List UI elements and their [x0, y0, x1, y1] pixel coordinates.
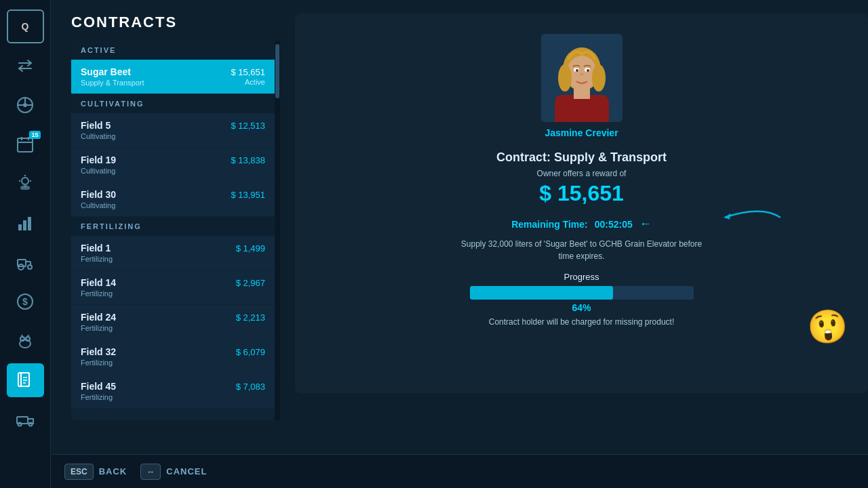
svg-rect-29: [18, 373, 29, 386]
supply-description: Supply 32,000 liters of 'Sugar Beet' to …: [453, 238, 711, 262]
back-label: BACK: [99, 466, 127, 476]
svg-text:$: $: [22, 296, 28, 307]
cancel-button[interactable]: ↔ CANCEL: [140, 464, 207, 480]
svg-point-1: [23, 103, 27, 107]
item-sub: Cultivating: [81, 201, 115, 209]
svg-rect-30: [21, 373, 29, 386]
contract-item-field-24[interactable]: Field 24 $ 2,213 Fertilizing: [71, 305, 275, 340]
progress-bar-container: [470, 286, 694, 300]
cancel-label: CANCEL: [166, 466, 207, 476]
remaining-time-row: Remaining Time: 00:52:05 ←: [511, 217, 652, 231]
contract-item-field-1[interactable]: Field 1 $ 1,499 Fertilizing: [71, 236, 275, 270]
money-icon: $: [16, 292, 35, 311]
svg-point-47: [587, 69, 589, 72]
sidebar-item-calendar[interactable]: 15: [7, 127, 44, 161]
exchange-icon: [16, 56, 35, 75]
contracts-list[interactable]: ACTIVE Sugar Beet $ 15,651 Supply & Tran…: [71, 41, 275, 420]
main-content: CONTRACTS ACTIVE Sugar Beet $ 15,651 Sup…: [51, 0, 868, 488]
contract-item-field-45[interactable]: Field 45 $ 7,083 Fertilizing: [71, 374, 275, 409]
animals-icon: [16, 331, 35, 350]
contract-item-field-5[interactable]: Field 5 $ 12,513 Cultivating: [71, 113, 275, 148]
back-button[interactable]: ESC BACK: [64, 464, 127, 480]
cancel-key: ↔: [140, 464, 161, 480]
sidebar-item-steering[interactable]: [7, 88, 44, 122]
svg-rect-5: [18, 138, 33, 152]
item-price: $ 1,499: [236, 243, 265, 253]
item-price: $ 15,651: [231, 67, 265, 77]
svg-point-46: [576, 69, 578, 72]
calendar-badge: 15: [29, 131, 40, 139]
sidebar-item-tractor[interactable]: [7, 245, 44, 279]
svg-point-19: [28, 265, 32, 269]
reward-amount: $ 15,651: [539, 181, 624, 206]
svg-point-41: [567, 56, 597, 91]
contract-item-field-30[interactable]: Field 30 $ 13,951 Cultivating: [71, 182, 275, 217]
steering-icon: [16, 96, 35, 115]
item-sub: Fertilizing: [81, 255, 113, 263]
section-header-active: ACTIVE: [71, 41, 275, 60]
section-header-fertilizing: FERTILIZING: [71, 217, 275, 236]
sidebar-item-animals[interactable]: [7, 324, 44, 358]
item-sub: Cultivating: [81, 167, 115, 175]
sidebar-item-q[interactable]: Q: [7, 9, 44, 43]
item-name: Field 14: [81, 277, 116, 288]
item-status: Active: [245, 78, 265, 86]
item-sub: Cultivating: [81, 132, 115, 140]
item-name: Field 45: [81, 381, 116, 392]
svg-rect-15: [23, 220, 26, 230]
progress-bar-fill: [470, 286, 613, 300]
bottom-bar: ESC BACK ↔ CANCEL: [51, 454, 868, 488]
svg-rect-16: [28, 217, 31, 230]
arrow-right-icon: ←: [639, 217, 652, 231]
svg-point-25: [20, 337, 24, 341]
item-price: $ 13,951: [231, 190, 265, 200]
stats-icon: [16, 214, 35, 232]
progress-percent: 64%: [572, 302, 591, 313]
contract-type: Contract: Supply & Transport: [496, 150, 667, 165]
svg-point-43: [592, 64, 606, 92]
section-header-cultivating: CULTIVATING: [71, 94, 275, 113]
contracts-panel: CONTRACTS ACTIVE Sugar Beet $ 15,651 Sup…: [71, 14, 281, 454]
sidebar-item-stats[interactable]: [7, 206, 44, 240]
item-sub: Fertilizing: [81, 289, 113, 298]
back-key: ESC: [64, 464, 94, 480]
contract-item-field-19[interactable]: Field 19 $ 13,838 Cultivating: [71, 148, 275, 182]
svg-line-27: [22, 335, 22, 337]
item-price: $ 12,513: [231, 121, 265, 131]
sidebar-item-weather[interactable]: [7, 167, 44, 201]
curved-arrow-decoration: [712, 202, 787, 233]
item-price: $ 2,967: [236, 278, 265, 288]
weather-icon: [16, 174, 35, 193]
item-name: Field 5: [81, 120, 111, 131]
svg-point-26: [26, 337, 30, 341]
item-name: Field 1: [81, 243, 111, 253]
contract-item-field-32[interactable]: Field 32 $ 6,079 Fertilizing: [71, 340, 275, 374]
progress-label: Progress: [564, 272, 599, 282]
item-name: Field 32: [81, 346, 116, 357]
sidebar-item-money[interactable]: $: [7, 285, 44, 319]
item-price: $ 7,083: [236, 382, 265, 392]
contract-item-sugar-beet[interactable]: Sugar Beet $ 15,651 Supply & Transport A…: [71, 60, 275, 94]
item-sub: Fertilizing: [81, 359, 113, 367]
sidebar-item-contracts[interactable]: [7, 363, 44, 397]
tractor-icon: [16, 253, 35, 272]
sidebar: Q 15: [0, 0, 51, 488]
sidebar-item-transport[interactable]: [7, 403, 44, 436]
sidebar-item-exchange[interactable]: [7, 49, 44, 83]
contract-item-field-14[interactable]: Field 14 $ 2,967 Fertilizing: [71, 270, 275, 305]
scroll-indicator: [275, 41, 280, 420]
remaining-label: Remaining Time:: [511, 219, 588, 230]
item-price: $ 6,079: [236, 347, 265, 357]
item-sub: Fertilizing: [81, 393, 113, 401]
reward-label: Owner offers a reward of: [537, 169, 627, 178]
item-price: $ 13,838: [231, 155, 265, 165]
emoji-decoration: 😲: [806, 306, 850, 347]
npc-portrait: [541, 34, 623, 122]
item-price: $ 2,213: [236, 312, 265, 323]
remaining-time: 00:52:05: [595, 219, 633, 230]
svg-line-28: [28, 335, 28, 337]
svg-point-42: [558, 64, 572, 92]
npc-name: Jasmine Crevier: [545, 127, 618, 138]
svg-rect-14: [18, 224, 22, 230]
svg-marker-48: [724, 213, 730, 219]
